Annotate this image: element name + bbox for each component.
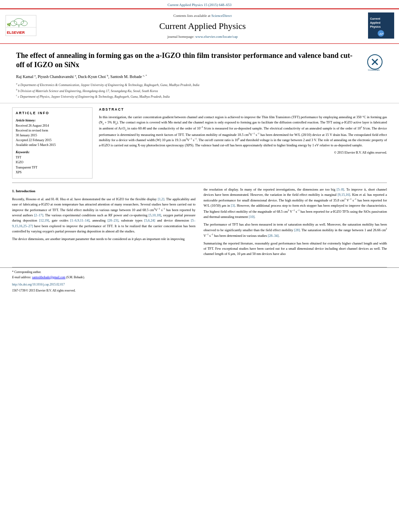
issn-line: 1567-1739/© 2015 Elsevier B.V. All right… bbox=[0, 288, 399, 296]
ref-9-15-16[interactable]: [9,15,16] bbox=[337, 193, 350, 197]
journal-title: Current Applied Physics bbox=[41, 20, 364, 33]
svg-text:Physics: Physics bbox=[370, 25, 381, 29]
article-info-column: Article Info Article history: Received 2… bbox=[12, 107, 93, 183]
ref-2-17[interactable]: [2–17] bbox=[34, 213, 43, 217]
svg-text:AP: AP bbox=[379, 32, 384, 36]
sciencedirect-link[interactable]: ScienceDirect bbox=[212, 14, 232, 18]
article-info-box: Article Info Article history: Received 2… bbox=[12, 107, 93, 179]
elsevier-logo: 🌿 ELSEVIER bbox=[5, 14, 37, 38]
email-label: E-mail address: bbox=[12, 275, 31, 279]
keyword-tft: TFT bbox=[16, 155, 89, 160]
footnote-area: * Corresponding author. E-mail address: … bbox=[0, 267, 399, 282]
email-note: E-mail address: santoshbobade@gmail.com … bbox=[12, 275, 387, 280]
introduction-heading: 1. Introduction bbox=[12, 189, 195, 194]
svg-text:CrossMark: CrossMark bbox=[368, 69, 380, 71]
ref-28-34[interactable]: [28–34] bbox=[268, 234, 279, 238]
keywords-label: Keywords: bbox=[16, 150, 89, 154]
journal-reference: Current Applied Physics 15 (2015) 648–65… bbox=[0, 0, 399, 8]
author-raj: Raj Kamal a bbox=[16, 74, 36, 79]
abstract-section: Abstract In this investigation, the carr… bbox=[99, 107, 387, 155]
journal-header: 🌿 ELSEVIER Contents lists available at S… bbox=[0, 8, 399, 44]
corresponding-author-note: * Corresponding author. bbox=[12, 270, 387, 275]
contents-line: Contents lists available at ScienceDirec… bbox=[41, 13, 364, 18]
copyright-line: © 2015 Elsevier B.V. All rights reserved… bbox=[99, 150, 387, 155]
journal-logo-right: Current Applied Physics AP bbox=[368, 12, 394, 40]
history-label: Article history: bbox=[16, 118, 89, 123]
ref-1-6-9-11-14[interactable]: [1–6,9,11–14] bbox=[70, 218, 90, 222]
ref-20-23[interactable]: [20–23] bbox=[107, 218, 118, 222]
ref-5-8[interactable]: [5–8] bbox=[337, 187, 344, 191]
keyword-xps: XPS bbox=[16, 170, 89, 175]
article-title: The effect of annealing in forming gas o… bbox=[16, 51, 361, 70]
doi-line: http://dx.doi.org/10.1016/j.cap.2015.02.… bbox=[0, 282, 399, 288]
content-col-right: the resolution of display. In many of th… bbox=[204, 187, 387, 259]
ref-5-10-18[interactable]: [5,10,18] bbox=[148, 213, 161, 217]
author-santosh: Santosh M. Bobade c, * bbox=[110, 74, 147, 79]
ref-12-19[interactable]: [12,19] bbox=[39, 218, 49, 222]
doi-link[interactable]: http://dx.doi.org/10.1016/j.cap.2015.02.… bbox=[12, 283, 65, 286]
title-text: The effect of annealing in forming gas o… bbox=[16, 51, 361, 100]
keywords-box: Keywords: TFT IGZO Transparent TFT XPS bbox=[16, 150, 89, 175]
affiliation-c: c c Department of Physics, Jaypee Univer… bbox=[16, 94, 361, 99]
article-body: Article Info Article history: Received 2… bbox=[0, 103, 399, 183]
two-column-content: 1. Introduction Recently, Hosono et al. … bbox=[12, 187, 387, 259]
abstract-label: Abstract bbox=[99, 107, 387, 112]
ref-28[interactable]: [28] bbox=[294, 228, 300, 232]
affiliation-b: b b Division of Materials Science and En… bbox=[16, 88, 361, 94]
affiliation-a: a a Department of Electronics & Communic… bbox=[16, 82, 361, 88]
svg-text:ELSEVIER: ELSEVIER bbox=[7, 31, 25, 35]
email-link[interactable]: santoshbobade@gmail.com bbox=[32, 275, 66, 279]
author-piyush: Piyush Chandravanshi a bbox=[38, 74, 76, 79]
homepage-link[interactable]: www.elsevier.com/locate/cap bbox=[195, 35, 238, 39]
intro-para2: The device dimensions, are another impor… bbox=[12, 236, 195, 242]
journal-link[interactable]: Current Applied Physics 15 (2015) 648–65… bbox=[167, 3, 231, 7]
content-col-left: 1. Introduction Recently, Hosono et al. … bbox=[12, 187, 195, 259]
svg-text:Applied: Applied bbox=[370, 21, 380, 25]
keyword-transparent-tft: Transparent TFT bbox=[16, 165, 89, 170]
accepted-date: Accepted 22 February 2015 bbox=[16, 138, 89, 143]
received-revised-label: Received in revised form bbox=[16, 128, 89, 133]
email-suffix: (S.M. Bobade). bbox=[66, 275, 85, 279]
ref-1-2[interactable]: [1,2] bbox=[158, 197, 164, 201]
keyword-igzo: IGZO bbox=[16, 160, 89, 164]
intro-para1: Recently, Hosono et al. and H.-H. Hsu et… bbox=[12, 197, 195, 234]
ref-3[interactable]: [3] bbox=[231, 203, 235, 207]
revised-date: 30 January 2015 bbox=[16, 133, 89, 138]
intro-para5: Summarizing the reported literature, rea… bbox=[204, 241, 387, 257]
article-title-section: The effect of annealing in forming gas o… bbox=[0, 44, 399, 103]
abstract-column: Abstract In this investigation, the carr… bbox=[99, 107, 387, 183]
authors: Raj Kamal a, Piyush Chandravanshi a, Duc… bbox=[16, 74, 361, 80]
article-info-label: Article Info bbox=[16, 111, 89, 116]
crossmark-logo[interactable]: CrossMark bbox=[367, 53, 383, 74]
main-content: 1. Introduction Recently, Hosono et al. … bbox=[0, 183, 399, 267]
author-duck: Duck-Kyun Choi b bbox=[78, 74, 108, 79]
homepage-line: journal homepage: www.elsevier.com/locat… bbox=[41, 34, 364, 39]
abstract-text: In this investigation, the carrier conce… bbox=[99, 115, 387, 148]
affiliations: a a Department of Electronics & Communic… bbox=[16, 82, 361, 99]
received-date: Received 26 August 2014 bbox=[16, 123, 89, 128]
page: Current Applied Physics 15 (2015) 648–65… bbox=[0, 0, 399, 532]
available-date: Available online 5 March 2015 bbox=[16, 143, 89, 148]
intro-para3: the resolution of display. In many of th… bbox=[204, 187, 387, 220]
svg-text:🌿: 🌿 bbox=[7, 23, 11, 27]
svg-text:Current: Current bbox=[370, 17, 380, 20]
ref-5-6-24[interactable]: [5,6,24] bbox=[144, 218, 155, 222]
ref-10[interactable]: [10] bbox=[249, 215, 255, 219]
journal-center-info: Contents lists available at ScienceDirec… bbox=[41, 13, 364, 39]
intro-para4: The performance of TFT has also been mea… bbox=[204, 222, 387, 238]
